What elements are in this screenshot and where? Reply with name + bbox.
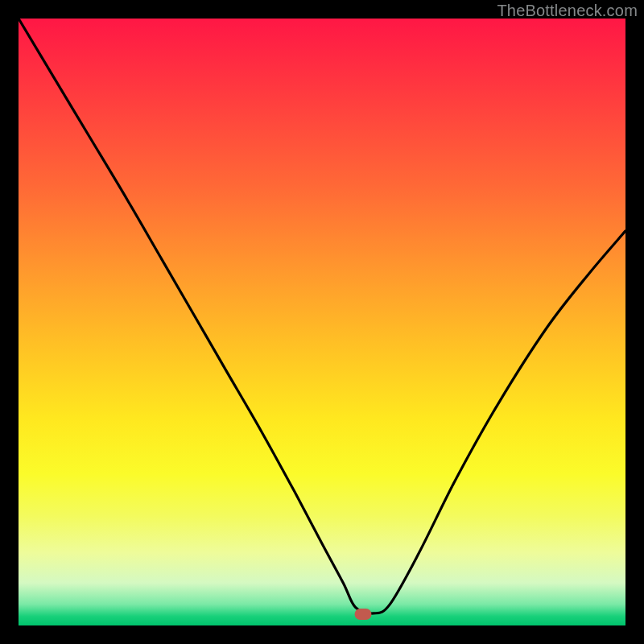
bottleneck-curve-svg (19, 19, 625, 625)
chart-frame: TheBottleneck.com (0, 0, 644, 644)
plot-area (19, 19, 625, 625)
watermark-text: TheBottleneck.com (497, 2, 638, 20)
optimum-marker (355, 609, 372, 620)
bottleneck-curve-path (19, 19, 625, 613)
